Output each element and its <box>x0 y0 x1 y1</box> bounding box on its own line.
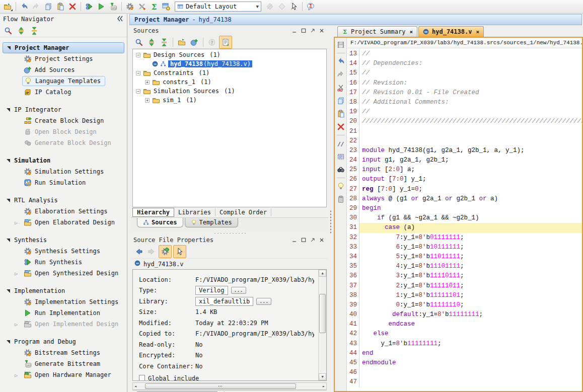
flow-item-language-templates[interactable]: Language Templates <box>3 75 124 87</box>
code-line[interactable]: 33 6:y_1=8'b10111111; <box>347 243 582 252</box>
property-field[interactable]: Verilog <box>195 286 228 295</box>
code-line[interactable]: 45endmodule <box>347 358 582 368</box>
collapse-all-button[interactable] <box>29 25 40 36</box>
scroll-right-arrow-icon[interactable]: ► <box>323 384 325 388</box>
magnify-button[interactable] <box>133 37 144 48</box>
expand-arrow-icon[interactable]: ▷ <box>15 372 18 378</box>
code-line[interactable]: 17// Revision 0.01 - File Created <box>347 88 582 98</box>
flow-item-generate-bitstream[interactable]: 101Generate Bitstream <box>3 358 124 369</box>
win-float-button[interactable] <box>308 27 317 35</box>
add-sources-button[interactable] <box>189 37 200 48</box>
code-line[interactable]: 20//////////////////////////////////////… <box>347 117 582 126</box>
delete-button[interactable] <box>335 121 346 132</box>
active-tool-highlight[interactable] <box>159 245 172 258</box>
tree-row-constrs_1[interactable]: constrs_1(1) <box>133 77 326 87</box>
horizontal-scroll-thumb[interactable] <box>145 383 296 389</box>
win-min-button[interactable] <box>290 27 299 35</box>
delete-button[interactable] <box>67 1 78 12</box>
win-close-button[interactable] <box>317 237 326 244</box>
copy-button[interactable] <box>43 1 54 12</box>
tab-close-icon[interactable]: × <box>476 29 479 35</box>
flow-item-create-block-design[interactable]: Create Block Design <box>3 115 124 126</box>
flow-item-add-sources[interactable]: Add Sources <box>3 64 124 75</box>
flow-section-header[interactable]: Simulation <box>3 155 124 166</box>
tools-button[interactable] <box>136 1 148 12</box>
subtab-compile-order[interactable]: Compile Order <box>215 208 271 216</box>
code-line[interactable]: 19// <box>347 107 582 117</box>
code-line[interactable]: 32 7:y_1=8'b01111111; <box>347 233 582 243</box>
play-button[interactable] <box>96 1 107 12</box>
flow-item-synthesis-settings[interactable]: Synthesis Settings <box>3 246 124 257</box>
properties-horizontal-scrollbar[interactable]: ◄ ► <box>132 382 327 390</box>
code-line[interactable]: 30 if (g1 && ~g2a_1 && ~g2b_1) <box>347 213 582 223</box>
code-line[interactable]: 22 <box>347 136 582 146</box>
code-line[interactable]: 35 4:y_1=8'b11101111; <box>347 262 582 271</box>
copy-button[interactable] <box>335 95 346 106</box>
sigma-button[interactable]: Σ <box>149 1 160 12</box>
code-line[interactable]: 29begin <box>347 204 582 213</box>
editor-tab-hyd_74138.v[interactable]: vehyd_74138.v× <box>418 26 484 37</box>
flow-item-open-hardware-manager[interactable]: ▷Open Hardware Manager <box>3 369 124 380</box>
code-line[interactable]: 21 <box>347 127 582 136</box>
code-line[interactable]: 47 <box>347 377 582 387</box>
cursor-button[interactable] <box>288 1 300 12</box>
open-file-button[interactable] <box>2 1 13 12</box>
tab-close-icon[interactable]: × <box>409 29 413 35</box>
expand-all-button[interactable] <box>16 25 27 36</box>
undo-button[interactable] <box>335 56 346 67</box>
code-line[interactable]: 24input g1, g2a_1, g2b_1; <box>347 155 582 165</box>
task-gray-button[interactable] <box>335 194 346 205</box>
back-arrow-button[interactable] <box>133 246 144 257</box>
floppy-gray-button[interactable] <box>335 39 346 50</box>
code-line[interactable]: 16// Revision: <box>347 79 582 88</box>
redo-button[interactable] <box>335 69 346 80</box>
scissors-button[interactable] <box>335 82 346 93</box>
code-line[interactable]: 26output [7:0] y_1; <box>347 175 582 184</box>
code-line[interactable]: 18// Additional Comments: <box>347 98 582 107</box>
panel-tab-templates[interactable]: Templates <box>185 218 238 227</box>
scroll-down-arrow-icon[interactable]: ▼ <box>319 373 326 380</box>
layout-select[interactable]: Default Layout▼ <box>175 2 261 12</box>
win-close-button[interactable] <box>317 27 326 35</box>
code-line[interactable]: 40 default:y_1=8'b11111111; <box>347 310 582 320</box>
magnify-button[interactable] <box>3 25 14 36</box>
flow-item-simulation-settings[interactable]: Simulation Settings <box>3 166 124 177</box>
flow-item-ip-catalog[interactable]: IPIP Catalog <box>3 87 124 98</box>
plus-expander-icon[interactable] <box>144 80 150 85</box>
code-line[interactable]: 13// <box>347 49 582 59</box>
minus-expander-icon[interactable] <box>135 52 141 58</box>
flow-item-implementation-settings[interactable]: Implementation Settings <box>3 296 124 307</box>
comment-slashes-button[interactable]: // <box>335 138 346 149</box>
expand-arrow-icon[interactable]: ▷ <box>15 220 18 225</box>
block-select-button[interactable] <box>335 151 346 162</box>
code-line[interactable]: 28always @ (g1 or g2a_1 or g2b_1 or a) <box>347 194 582 204</box>
browse-button[interactable]: ... <box>231 287 246 294</box>
tree-row-Simulation Sources[interactable]: Simulation Sources(1) <box>133 87 326 96</box>
flow-item-elaboration-settings[interactable]: Elaboration Settings <box>3 206 124 217</box>
tree-row-Constraints[interactable]: Constraints(1) <box>133 68 326 77</box>
binoculars-button[interactable] <box>335 164 346 175</box>
vertical-scroll-thumb[interactable] <box>319 294 326 333</box>
subtab-hierarchy[interactable]: Hierarchy <box>132 208 174 217</box>
flow-item-open-elaborated-design[interactable]: ▷Open Elaborated Design <box>3 217 124 228</box>
property-field[interactable]: xil_defaultlib <box>195 297 253 306</box>
code-line[interactable]: 31 case (a) <box>347 223 582 232</box>
win-max-button[interactable] <box>299 27 308 35</box>
subtab-libraries[interactable]: Libraries <box>174 208 215 216</box>
code-line[interactable]: 44end <box>347 349 582 358</box>
code-line[interactable]: 15// <box>347 68 582 78</box>
undo-button[interactable] <box>19 1 30 12</box>
gear-green-button[interactable] <box>160 246 171 257</box>
browse-button[interactable]: ... <box>256 298 271 305</box>
collapse-panel-button[interactable] <box>116 15 124 24</box>
tree-row-Design Sources[interactable]: Design Sources(1) <box>133 50 326 59</box>
win-float-button[interactable] <box>308 237 317 244</box>
expand-arrow-icon[interactable]: ▷ <box>15 322 18 327</box>
scroll-up-arrow-icon[interactable]: ▲ <box>319 270 326 277</box>
code-line[interactable]: 14// Dependencies: <box>347 59 582 68</box>
flow-item-run-simulation[interactable]: Run Simulation <box>3 177 124 188</box>
code-line[interactable]: 46 <box>347 368 582 377</box>
flow-section-header[interactable]: Project Manager <box>3 42 124 53</box>
checkbox[interactable] <box>139 375 145 381</box>
vertical-splitter[interactable] <box>330 210 332 234</box>
